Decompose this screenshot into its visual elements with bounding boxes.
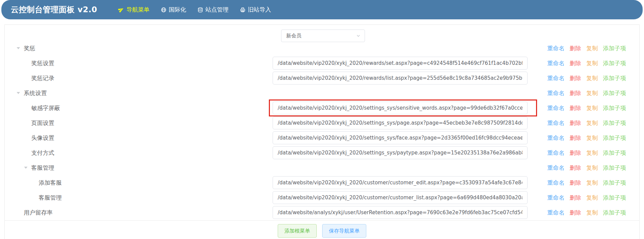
add-child-link[interactable]: 添加子项 — [603, 59, 626, 67]
menu-url-input[interactable] — [273, 176, 528, 189]
add-child-link[interactable]: 添加子项 — [603, 89, 626, 97]
rename-link[interactable]: 重命名 — [547, 194, 565, 202]
rename-link[interactable]: 重命名 — [547, 74, 565, 82]
menu-url-input[interactable] — [273, 57, 528, 70]
add-child-link[interactable]: 添加子项 — [603, 179, 626, 187]
tree-item-label[interactable]: 客服管理 — [39, 194, 62, 202]
copy-link[interactable]: 复制 — [586, 194, 598, 202]
copy-link[interactable]: 复制 — [586, 104, 598, 112]
tree-row: 客服管理重命名删除复制添加子项 — [5, 160, 639, 175]
chevron-down-icon — [356, 34, 361, 38]
add-child-link[interactable]: 添加子项 — [603, 209, 626, 217]
add-child-link[interactable]: 添加子项 — [603, 74, 626, 82]
delete-link[interactable]: 删除 — [570, 89, 581, 97]
tree-rows: 奖惩重命名删除复制添加子项奖惩设置重命名删除复制添加子项奖惩记录重命名删除复制添… — [5, 41, 639, 220]
add-root-menu-button[interactable]: 添加根菜单 — [278, 224, 317, 238]
delete-link[interactable]: 删除 — [570, 44, 581, 52]
copy-link[interactable]: 复制 — [586, 209, 598, 217]
add-child-link[interactable]: 添加子项 — [603, 119, 626, 127]
menu-url-input[interactable] — [273, 102, 528, 114]
caret-down-icon[interactable] — [24, 167, 31, 169]
rename-link[interactable]: 重命名 — [547, 119, 565, 127]
menu-url-input[interactable] — [273, 131, 528, 144]
rename-link[interactable]: 重命名 — [547, 44, 565, 52]
delete-link[interactable]: 删除 — [570, 104, 581, 112]
rename-link[interactable]: 重命名 — [547, 59, 565, 67]
tree-item-label[interactable]: 客服管理 — [31, 164, 54, 172]
copy-link[interactable]: 复制 — [586, 164, 598, 172]
rename-link[interactable]: 重命名 — [547, 89, 565, 97]
copy-link[interactable]: 复制 — [586, 89, 598, 97]
menu-url-input[interactable] — [273, 206, 528, 219]
delete-link[interactable]: 删除 — [570, 194, 581, 202]
delete-link[interactable]: 删除 — [570, 134, 581, 142]
add-child-link[interactable]: 添加子项 — [603, 134, 626, 142]
rename-link[interactable]: 重命名 — [547, 209, 565, 217]
delete-link[interactable]: 删除 — [570, 209, 581, 217]
rename-link[interactable]: 重命名 — [547, 104, 565, 112]
add-child-link[interactable]: 添加子项 — [603, 164, 626, 172]
tree-item-label[interactable]: 用户留存率 — [24, 209, 53, 217]
add-child-link[interactable]: 添加子项 — [603, 104, 626, 112]
nav-item-site-manage[interactable]: 站点管理 — [198, 6, 228, 14]
copy-link[interactable]: 复制 — [586, 44, 598, 52]
copy-link[interactable]: 复制 — [586, 119, 598, 127]
add-child-link[interactable]: 添加子项 — [603, 44, 626, 52]
caret-down-icon[interactable] — [17, 47, 24, 49]
row-actions: 重命名删除复制添加子项 — [547, 175, 626, 190]
content-panel: 新会员 奖惩重命名删除复制添加子项奖惩设置重命名删除复制添加子项奖惩记录重命名删… — [4, 24, 640, 239]
footer-bar: 添加根菜单 保存导航菜单 — [5, 220, 639, 238]
tree-row: 敏感字屏蔽重命名删除复制添加子项 — [5, 100, 639, 115]
tree-row: 支付方式重命名删除复制添加子项 — [5, 145, 639, 160]
nav-item-i18n[interactable]: 国际化 — [161, 6, 186, 14]
menu-url-input[interactable] — [273, 191, 528, 204]
tree-item-label[interactable]: 添加客服 — [39, 179, 62, 187]
rename-link[interactable]: 重命名 — [547, 179, 565, 187]
row-actions: 重命名删除复制添加子项 — [547, 160, 626, 175]
tree-item-label[interactable]: 敏感字屏蔽 — [31, 104, 60, 112]
rename-link[interactable]: 重命名 — [547, 164, 565, 172]
nav-item-nav-menu[interactable]: 导航菜单 — [118, 6, 149, 14]
delete-link[interactable]: 删除 — [570, 119, 581, 127]
save-nav-menu-button[interactable]: 保存导航菜单 — [322, 224, 366, 238]
tree-item-label[interactable]: 奖惩记录 — [31, 74, 54, 82]
menu-url-input[interactable] — [273, 146, 528, 159]
delete-link[interactable]: 删除 — [570, 164, 581, 172]
menu-url-input[interactable] — [273, 72, 528, 85]
tree-item-label[interactable]: 奖惩 — [24, 44, 35, 52]
copy-link[interactable]: 复制 — [586, 74, 598, 82]
copy-link[interactable]: 复制 — [586, 179, 598, 187]
delete-link[interactable]: 删除 — [570, 149, 581, 157]
rename-link[interactable]: 重命名 — [547, 149, 565, 157]
caret-down-icon[interactable] — [17, 92, 24, 94]
row-actions: 重命名删除复制添加子项 — [547, 130, 626, 145]
delete-link[interactable]: 删除 — [570, 74, 581, 82]
tree-item-label[interactable]: 页面设置 — [31, 119, 54, 127]
copy-link[interactable]: 复制 — [586, 134, 598, 142]
add-child-link[interactable]: 添加子项 — [603, 194, 626, 202]
delete-link[interactable]: 删除 — [570, 59, 581, 67]
row-actions: 重命名删除复制添加子项 — [547, 190, 626, 205]
tree-item-label[interactable]: 系统设置 — [24, 89, 47, 97]
delete-link[interactable]: 删除 — [570, 179, 581, 187]
tree-row: 页面设置重命名删除复制添加子项 — [5, 115, 639, 130]
member-select[interactable]: 新会员 — [281, 30, 365, 42]
nav-item-label: 导航菜单 — [126, 6, 149, 14]
tree-item-label[interactable]: 奖惩设置 — [31, 59, 54, 67]
tree-item-label[interactable]: 头像设置 — [31, 134, 54, 142]
copy-link[interactable]: 复制 — [586, 149, 598, 157]
tree-row: 系统设置重命名删除复制添加子项 — [5, 86, 639, 100]
rename-link[interactable]: 重命名 — [547, 134, 565, 142]
row-actions: 重命名删除复制添加子项 — [547, 205, 626, 220]
add-child-link[interactable]: 添加子项 — [603, 149, 626, 157]
copy-link[interactable]: 复制 — [586, 59, 598, 67]
member-select-value: 新会员 — [286, 33, 301, 39]
tree-row: 客服管理重命名删除复制添加子项 — [5, 190, 639, 205]
row-actions: 重命名删除复制添加子项 — [547, 115, 626, 130]
menu-url-input[interactable] — [273, 116, 528, 129]
globe-icon — [161, 7, 166, 13]
nav-item-old-site-import[interactable]: 旧站导入 — [240, 6, 271, 14]
tree-row: 奖惩记录重命名删除复制添加子项 — [5, 71, 639, 86]
app-title: 云控制台管理面板 v2.0 — [11, 4, 97, 15]
tree-item-label[interactable]: 支付方式 — [31, 149, 54, 157]
